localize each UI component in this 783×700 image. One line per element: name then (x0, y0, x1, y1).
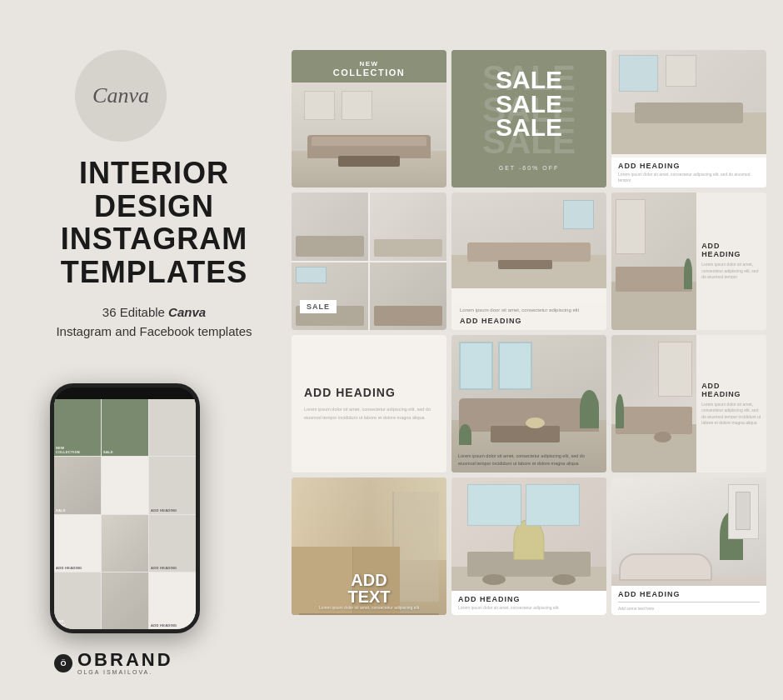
phone-cell-12: ADD HEADING (149, 572, 196, 629)
template-kitchen: ADD TEXT Lorem ipsum dolor sit amet, con… (292, 478, 446, 615)
t12-sub: Add some text here (618, 606, 760, 611)
t9-photo (611, 335, 696, 472)
phone-cell-6: ADD HEADING (149, 457, 196, 513)
t2-discount: GET -60% OFF (451, 165, 606, 171)
template-bath: ADD HEADING Add some text here (611, 478, 766, 615)
template-new-collection: NEW COLLECTION (292, 50, 446, 188)
t11-heading: ADD HEADING (458, 595, 600, 603)
template-split-heading: ADD HEADING Lorem ipsum dolor sit amet, … (611, 192, 766, 330)
phone-cell-2: SALE (102, 399, 148, 456)
t9-heading: ADD HEADING (701, 382, 761, 398)
main-title: INTERIOR DESIGN INSTAGRAM TEMPLATES (25, 157, 283, 288)
t6-photo (611, 192, 696, 330)
t1-photo (292, 82, 446, 188)
phone-cell-8 (102, 515, 148, 572)
canva-logo: Canva (75, 50, 167, 142)
template-add-heading-text: ADD HEADING Lorem ipsum dolor sit amet, … (292, 335, 446, 472)
brand-subtitle: OLGA ISMAILOVA. (77, 669, 173, 675)
template-sale-collage: SALE (292, 192, 446, 330)
t5-text: Lorem ipsum door sit amet, consectetur a… (451, 302, 606, 330)
t7-lorem: Lorem ipsum dolor sit amet, consectetur … (304, 406, 434, 422)
t5-lorem: Lorem ipsum door sit amet, consectetur a… (460, 307, 598, 314)
phone-outer: NEWCOLLECTION SALE SALE ADD HEADING ADD … (50, 383, 200, 633)
t3-lorem: Lorem ipsum dolor sit amet, consectetur … (618, 172, 760, 183)
phone-notch (100, 388, 150, 399)
template-add-heading-1: ADD HEADING Lorem ipsum dolor sit amet, … (611, 50, 766, 188)
t9-lorem: Lorem ipsum dolor sit amet, consectetur … (701, 402, 761, 427)
template-living-room: Lorem ipsum dolor sit amet, consectetur … (451, 335, 606, 472)
t10-text: ADD TEXT Lorem ipsum dolor sit amet, con… (292, 567, 446, 615)
phone-cell-10: ADDTEXT (54, 572, 101, 629)
subtitle: 36 Editable Canva Instagram and Facebook… (25, 303, 283, 341)
canva-label: Canva (92, 83, 149, 108)
t7-heading: ADD HEADING (304, 386, 434, 399)
phone-cell-4: SALE (54, 457, 101, 513)
t2-sale-fg: SALE SALE SALE (451, 68, 606, 140)
t4-sale-badge: SALE (300, 300, 337, 313)
t3-photo (611, 50, 766, 154)
t9-text-panel: ADD HEADING Lorem ipsum dolor sit amet, … (696, 335, 766, 472)
phone-cell-3 (149, 399, 196, 456)
templates-grid: NEW COLLECTION SALE SALE SALE (292, 50, 766, 615)
t10-lorem: Lorem ipsum dolor sit amet, consectetur … (300, 605, 438, 610)
left-panel: Canva INTERIOR DESIGN INSTAGRAM TEMPLATE… (25, 50, 283, 341)
brand-circle: Ö (54, 654, 72, 672)
t5-heading: ADD HEADING (460, 317, 598, 325)
t11-text-bar: ADD HEADING Lorem ipsum dolor sit amet, … (451, 591, 606, 616)
template-split-heading-2: ADD HEADING Lorem ipsum dolor sit amet, … (611, 335, 766, 472)
brand-name: OBRAND (77, 651, 173, 669)
t1-header: NEW COLLECTION (292, 50, 446, 82)
template-sale-green: SALE SALE SALE SALE SALE SALE GET -60% O… (451, 50, 606, 188)
t11-lorem: Lorem ipsum dolor sit amet, consectetur … (458, 605, 600, 612)
template-dining: ADD HEADING Lorem ipsum dolor sit amet, … (451, 478, 606, 615)
phone-cell-7: ADD HEADING (54, 515, 101, 572)
phone-screen: NEWCOLLECTION SALE SALE ADD HEADING ADD … (54, 399, 196, 629)
t3-heading: ADD HEADING (618, 162, 760, 170)
brand-logo: Ö OBRAND OLGA ISMAILOVA. (54, 651, 173, 675)
phone-cell-5 (102, 457, 148, 513)
phone-mockup: NEWCOLLECTION SALE SALE ADD HEADING ADD … (50, 383, 200, 633)
t6-text-panel: ADD HEADING Lorem ipsum dolor sit amet, … (696, 192, 766, 330)
t3-text-bar: ADD HEADING Lorem ipsum dolor sit amet, … (611, 158, 766, 188)
phone-cell-11 (102, 572, 148, 629)
t8-lorem: Lorem ipsum dolor sit amet, consectetur … (458, 452, 600, 468)
phone-cell-1: NEWCOLLECTION (54, 399, 101, 456)
t6-lorem: Lorem ipsum dolor sit amet, consectetur … (701, 262, 761, 281)
template-room-heading: Lorem ipsum door sit amet, consectetur a… (451, 192, 606, 330)
phone-cell-9: ADD HEADING (149, 515, 196, 572)
t6-heading: ADD HEADING (701, 242, 761, 258)
t12-heading: ADD HEADING (618, 590, 760, 598)
t12-text-bar: ADD HEADING Add some text here (611, 586, 766, 615)
